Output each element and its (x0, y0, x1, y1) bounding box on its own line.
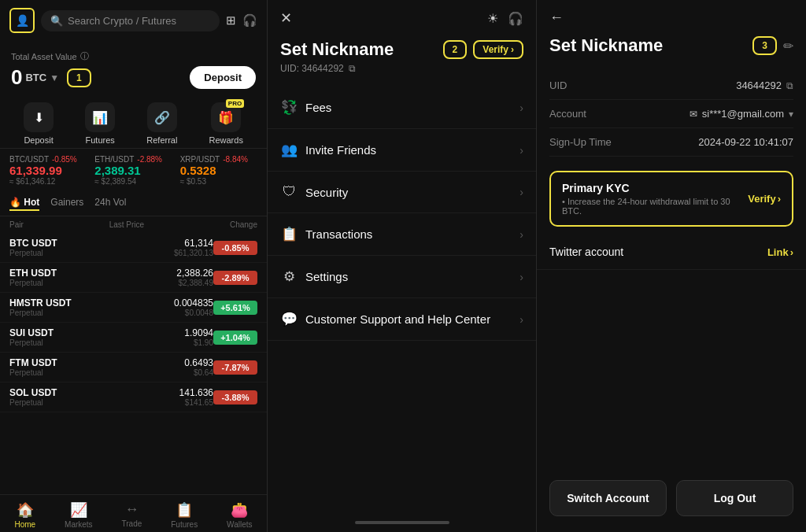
nickname-section: Set Nickname 2 Verify › UID: 34644292 ⧉ (268, 33, 536, 87)
trade-icon: ↔ (124, 501, 139, 518)
tab-hot[interactable]: 🔥 Hot (9, 197, 39, 211)
nav-home[interactable]: 🏠 Home (14, 501, 35, 529)
deposit-button[interactable]: Deposit (190, 66, 256, 89)
account-row: Account ✉ si***1@gmail.com ▾ (549, 100, 793, 128)
asset-label: Total Asset Value ⓘ (11, 50, 256, 62)
table-row[interactable]: SUI USDT Perpetual 1.9094 $1.90 +1.04% (0, 323, 267, 353)
row-price-hmstr: 0.004835 $0.0048 (112, 297, 214, 317)
close-button[interactable]: ✕ (280, 9, 292, 27)
ticker-btc[interactable]: BTC/USDT -0.85% 61,339.99 ≈ $61,346.12 (9, 155, 87, 186)
uid-row: UID 34644292 ⧉ (549, 72, 793, 100)
table-row[interactable]: SOL USDT Perpetual 141.636 $141.65 -3.88… (0, 382, 267, 412)
xrp-price: 0.5328 (180, 164, 257, 177)
menu-item-settings[interactable]: ⚙ Settings › (268, 256, 536, 298)
row-price-sol: 141.636 $141.65 (112, 387, 214, 407)
switch-account-button[interactable]: Switch Account (549, 480, 667, 516)
qa-rewards-icon: 🎁 PRO (211, 102, 241, 132)
bottom-nav: 🏠 Home 📈 Markets ↔ Trade 📋 Futures 👛 Wal… (0, 494, 267, 532)
qa-deposit-label: Deposit (24, 135, 53, 145)
asset-value: 0 BTC ▼ (11, 65, 59, 90)
qa-rewards-label: Rewards (209, 135, 243, 145)
table-row[interactable]: BTC USDT Perpetual 61,314 $61,320.13 -0.… (0, 233, 267, 263)
kyc-title: Primary KYC (562, 182, 748, 194)
btc-change: -0.85% (52, 155, 77, 164)
col-pair: Pair (9, 220, 24, 229)
table-row[interactable]: FTM USDT Perpetual 0.6493 $0.64 -7.87% (0, 353, 267, 382)
badge-2: 2 (443, 40, 468, 59)
menu-invite-label: Invite Friends (305, 143, 376, 157)
eth-price: 2,389.31 (94, 164, 172, 177)
menu-item-support[interactable]: 💬 Customer Support and Help Center › (268, 298, 536, 341)
col-price: Last Price (109, 220, 144, 229)
header-icons: ⊞ 🎧 (226, 13, 257, 28)
search-bar[interactable]: 🔍 Search Crypto / Futures (41, 10, 220, 31)
twitter-link-button[interactable]: Link › (767, 246, 793, 258)
info-table: UID 34644292 ⧉ Account ✉ si***1@gmail.co… (537, 65, 806, 163)
uid-copy-icon[interactable]: ⧉ (786, 80, 793, 91)
menu-item-security[interactable]: 🛡 Security › (268, 172, 536, 213)
market-tabs: 🔥 Hot Gainers 24h Vol (0, 192, 267, 216)
table-row[interactable]: ETH USDT Perpetual 2,388.26 $2,388.49 -2… (0, 263, 267, 293)
kyc-sub: • Increase the 24-hour withdrawal limit … (562, 197, 748, 216)
signup-value: 2024-09-22 10:41:07 (698, 136, 793, 148)
avatar[interactable]: 👤 (9, 8, 35, 33)
nav-futures[interactable]: 📋 Futures (171, 501, 198, 529)
tab-gainers[interactable]: Gainers (50, 197, 83, 211)
log-out-button[interactable]: Log Out (676, 480, 793, 516)
home-icon: 🏠 (17, 501, 34, 519)
row-pair-btc: BTC USDT Perpetual (9, 238, 112, 257)
qa-futures[interactable]: 📊 Futures (85, 102, 115, 145)
row-price-btc: 61,314 $61,320.13 (112, 238, 214, 257)
back-button[interactable]: ← (549, 9, 564, 26)
btc-usd: ≈ $61,346.12 (9, 177, 87, 186)
nav-futures-label: Futures (171, 520, 198, 529)
menu-item-invite[interactable]: 👥 Invite Friends › (268, 129, 536, 172)
edit-icon[interactable]: ✏ (783, 39, 793, 54)
uid-text: UID: 34644292 (280, 63, 344, 74)
headphone-icon[interactable]: 🎧 (242, 13, 257, 28)
panel3-header: ← (537, 0, 806, 32)
tab-24vol[interactable]: 24h Vol (94, 197, 126, 211)
nav-trade[interactable]: ↔ Trade (122, 501, 142, 529)
xrp-change: -8.84% (223, 155, 248, 164)
headphone-icon-2[interactable]: 🎧 (508, 11, 523, 26)
qa-referral[interactable]: 🔗 Referral (146, 102, 177, 145)
ticker-xrp[interactable]: XRP/USDT -8.84% 0.5328 ≈ $0.53 (180, 155, 257, 186)
table-row[interactable]: HMSTR USDT Perpetual 0.004835 $0.0048 +5… (0, 293, 267, 323)
row-price-eth: 2,388.26 $2,388.49 (112, 268, 214, 287)
wallets-icon: 👛 (231, 501, 248, 519)
panel-menu: ✕ ☀ 🎧 Set Nickname 2 Verify › UID: 34644… (268, 0, 537, 532)
qa-rewards[interactable]: 🎁 PRO Rewards (209, 102, 243, 145)
kyc-card[interactable]: Primary KYC • Increase the 24-hour withd… (549, 171, 793, 227)
invite-icon: 👥 (280, 142, 298, 158)
dropdown-icon: ▼ (50, 72, 59, 83)
nav-markets[interactable]: 📈 Markets (65, 501, 93, 529)
search-icon: 🔍 (50, 15, 63, 27)
row-pair-hmstr: HMSTR USDT Perpetual (9, 297, 112, 317)
verify-button[interactable]: Verify › (473, 40, 523, 59)
menu-settings-label: Settings (305, 270, 348, 283)
futures-icon: 📋 (176, 501, 193, 519)
badge-1: 1 (67, 68, 91, 87)
menu-transactions-label: Transactions (305, 227, 372, 241)
chevron-support: › (519, 313, 523, 326)
qa-deposit[interactable]: ⬇ Deposit (24, 102, 54, 145)
menu-item-fees[interactable]: 💱 Fees › (268, 87, 536, 129)
xrp-usd: ≈ $0.53 (180, 177, 257, 186)
menu-item-transactions[interactable]: 📋 Transactions › (268, 213, 536, 256)
row-price-ftm: 0.6493 $0.64 (112, 357, 214, 377)
row-change-sol: -3.88% (213, 390, 257, 405)
account-dropdown-icon[interactable]: ▾ (789, 109, 793, 120)
eth-pair: ETH/USDT (94, 155, 134, 164)
row-change-hmstr: +5.61% (213, 301, 257, 315)
nav-wallets[interactable]: 👛 Wallets (227, 501, 252, 529)
scan-icon[interactable]: ⊞ (226, 13, 236, 28)
pro-badge: PRO (226, 99, 244, 108)
copy-icon[interactable]: ⧉ (349, 63, 356, 74)
brightness-icon[interactable]: ☀ (487, 11, 498, 26)
kyc-verify-button[interactable]: Verify › (748, 193, 781, 205)
signup-row: Sign-Up Time 2024-09-22 10:41:07 (549, 128, 793, 157)
chevron-invite: › (519, 144, 523, 157)
p3-actions: Switch Account Log Out (537, 480, 806, 516)
ticker-eth[interactable]: ETH/USDT -2.88% 2,389.31 ≈ $2,389.54 (94, 155, 172, 186)
